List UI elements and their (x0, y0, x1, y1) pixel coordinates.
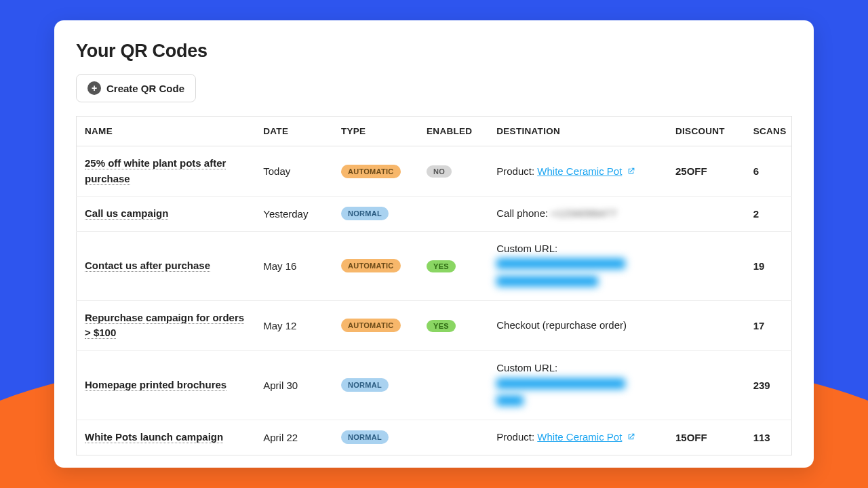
col-header-type: TYPE (333, 117, 418, 146)
create-qr-code-button[interactable]: + Create QR Code (76, 74, 196, 102)
destination-prefix: Call phone: (496, 207, 551, 219)
destination-cell: Product: White Ceramic Pot (488, 420, 667, 455)
table-row: 25% off white plant pots after purchaseT… (77, 146, 792, 197)
date-cell: May 12 (255, 300, 333, 350)
col-header-enabled: ENABLED (418, 117, 488, 146)
date-cell: May 16 (255, 231, 333, 300)
enabled-badge: YES (427, 260, 456, 272)
type-badge: NORMAL (341, 430, 389, 444)
qr-codes-card: Your QR Codes + Create QR Code NAME DATE… (54, 20, 814, 468)
destination-url-obscured (496, 276, 598, 287)
destination-url-obscured (496, 378, 625, 389)
scans-cell: 19 (745, 231, 792, 300)
discount-cell (667, 197, 745, 232)
col-header-destination: DESTINATION (488, 117, 667, 146)
table-row: White Pots launch campaignApril 22NORMAL… (77, 420, 792, 455)
discount-cell (667, 231, 745, 300)
scans-cell: 6 (745, 146, 792, 197)
qr-name-link[interactable]: Repurchase campaign for orders > $100 (85, 312, 244, 340)
destination-phone-obscured: +1234096477 (551, 206, 617, 221)
destination-prefix: Product: (496, 165, 537, 177)
type-badge: NORMAL (341, 207, 389, 220)
date-cell: April 30 (255, 350, 333, 420)
page-title: Your QR Codes (76, 41, 792, 62)
col-header-scans: SCANS (745, 117, 792, 146)
external-link-icon (627, 430, 635, 439)
table-row: Homepage printed brochuresApril 30NORMAL… (77, 350, 792, 420)
destination-url-obscured (496, 258, 625, 269)
type-badge: AUTOMATIC (341, 319, 401, 332)
type-badge: AUTOMATIC (341, 165, 401, 178)
destination-url-obscured (496, 395, 524, 406)
qr-name-link[interactable]: Contact us after purchase (85, 260, 210, 272)
destination-prefix: Custom URL: (496, 361, 659, 375)
destination-product-link[interactable]: White Ceramic Pot (537, 165, 622, 177)
plus-circle-icon: + (87, 81, 101, 95)
col-header-date: DATE (255, 117, 333, 146)
date-cell: April 22 (255, 420, 333, 455)
enabled-badge: YES (427, 320, 456, 332)
enabled-badge: NO (427, 165, 452, 178)
discount-cell (667, 350, 745, 420)
scans-cell: 239 (745, 350, 792, 420)
col-header-discount: DISCOUNT (667, 117, 745, 146)
type-badge: NORMAL (341, 378, 389, 392)
table-row: Contact us after purchaseMay 16AUTOMATIC… (77, 231, 792, 300)
destination-text: Checkout (repurchase order) (496, 319, 627, 331)
external-link-icon (627, 165, 635, 174)
col-header-name: NAME (77, 117, 256, 146)
destination-cell: Product: White Ceramic Pot (488, 146, 667, 197)
create-button-label: Create QR Code (106, 83, 184, 94)
table-row: Repurchase campaign for orders > $100May… (77, 300, 792, 350)
date-cell: Yesterday (255, 197, 333, 232)
discount-cell: 25OFF (667, 146, 745, 197)
table-header-row: NAME DATE TYPE ENABLED DESTINATION DISCO… (77, 117, 792, 146)
qr-codes-table: NAME DATE TYPE ENABLED DESTINATION DISCO… (76, 116, 792, 455)
destination-cell: Custom URL: (488, 350, 667, 420)
qr-name-link[interactable]: Call us campaign (85, 207, 168, 220)
date-cell: Today (255, 146, 333, 197)
qr-name-link[interactable]: White Pots launch campaign (85, 431, 223, 443)
destination-prefix: Product: (496, 431, 537, 443)
scans-cell: 17 (745, 300, 792, 350)
discount-cell: 15OFF (667, 420, 745, 455)
destination-cell: Checkout (repurchase order) (488, 300, 667, 350)
discount-cell (667, 300, 745, 350)
type-badge: AUTOMATIC (341, 259, 401, 272)
destination-prefix: Custom URL: (496, 241, 659, 256)
qr-name-link[interactable]: 25% off white plant pots after purchase (85, 157, 226, 185)
table-row: Call us campaignYesterdayNORMALCall phon… (77, 197, 792, 232)
destination-cell: Custom URL: (488, 231, 667, 300)
destination-cell: Call phone: +1234096477 (488, 197, 667, 232)
destination-product-link[interactable]: White Ceramic Pot (537, 431, 622, 443)
scans-cell: 113 (745, 420, 792, 455)
qr-name-link[interactable]: Homepage printed brochures (85, 379, 226, 391)
scans-cell: 2 (745, 197, 792, 232)
